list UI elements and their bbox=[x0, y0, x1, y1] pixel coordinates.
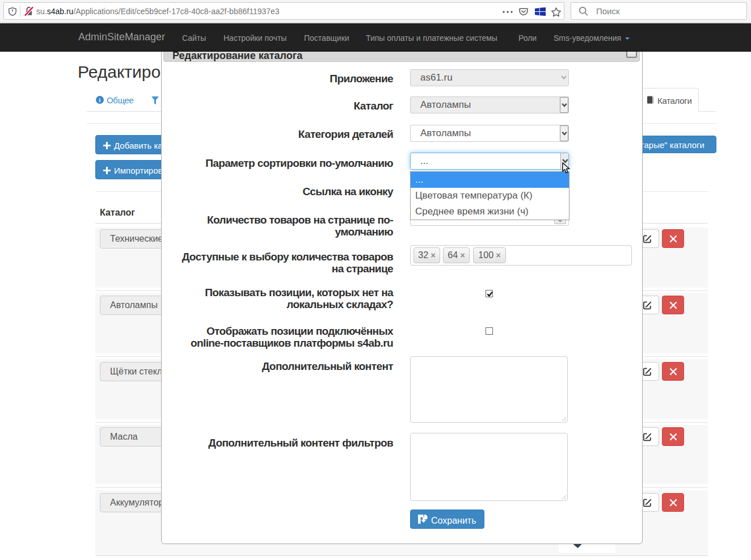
svg-text:i: i bbox=[99, 97, 101, 103]
